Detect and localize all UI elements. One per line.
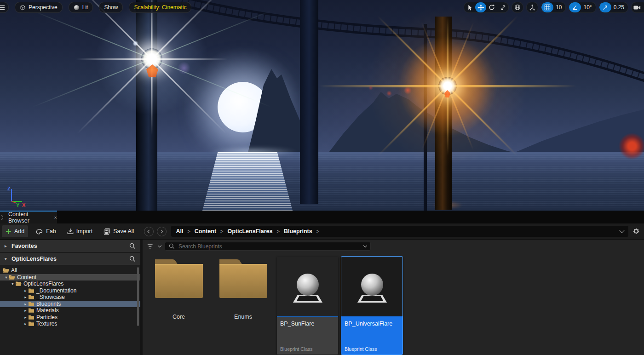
scale-snap-toggle[interactable] <box>599 2 611 12</box>
lit-button[interactable]: Lit <box>69 2 93 13</box>
tree-item-particles[interactable]: ▸ Particles <box>0 314 140 321</box>
scale-snap-icon <box>602 5 608 11</box>
closed-folder-icon <box>28 288 34 293</box>
show-button[interactable]: Show <box>99 2 123 13</box>
tab-content-browser[interactable]: Content Browser × <box>0 211 57 223</box>
collapsed-arrow-icon[interactable]: ▸ <box>23 295 28 299</box>
tree-item-label: _Documentation <box>36 287 76 294</box>
collapsed-arrow-icon[interactable]: ▸ <box>5 244 9 248</box>
asset-tile-bp-universalflare[interactable]: BP_UniversalFlare Blueprint Class <box>341 257 402 355</box>
tree-item-label: Blueprints <box>36 301 61 307</box>
breadcrumb-separator: > <box>187 229 190 234</box>
collapsed-arrow-icon[interactable]: ▸ <box>23 308 28 313</box>
tree-item-documentation[interactable]: ▸ _Documentation <box>0 287 140 294</box>
grid-snap-value[interactable]: 10 <box>553 4 565 11</box>
search-dropdown-icon[interactable] <box>363 243 367 247</box>
import-button[interactable]: Import <box>63 225 96 237</box>
rotation-snap-value[interactable]: 10° <box>581 4 595 11</box>
search-icon <box>169 243 175 249</box>
content-browser-tab-icon <box>1 215 5 220</box>
asset-tile-core[interactable]: Core <box>148 257 209 320</box>
forward-arrow-icon <box>160 229 164 234</box>
collection-label: OpticLensFlares <box>12 256 57 262</box>
move-tool-button[interactable] <box>475 2 486 12</box>
camera-speed-button[interactable] <box>632 2 643 12</box>
scale-icon <box>500 5 506 11</box>
tab-title: Content Browser <box>8 211 49 224</box>
back-button[interactable] <box>144 227 154 236</box>
expanded-arrow-icon[interactable]: ▾ <box>5 257 9 261</box>
tree-item-label: _Showcase <box>36 294 65 300</box>
favorites-header[interactable]: ▸ Favorites <box>0 240 140 252</box>
asset-tile-bp-sunflare[interactable]: BP_SunFlare Blueprint Class <box>277 257 338 355</box>
fab-button[interactable]: Fab <box>32 225 60 237</box>
perspective-button[interactable]: Perspective <box>15 2 63 13</box>
blueprint-thumbnail <box>277 257 338 317</box>
grid-snap-toggle[interactable] <box>541 2 553 12</box>
scalability-label: Scalability: Cinematic <box>134 4 186 11</box>
rotate-tool-button[interactable] <box>486 2 497 12</box>
tree-scrollbar[interactable] <box>137 267 139 326</box>
tree-item-label: Content <box>17 274 36 281</box>
angle-snap-icon <box>572 4 578 11</box>
show-label: Show <box>104 4 118 11</box>
viewport-menu-button[interactable] <box>0 2 9 13</box>
add-button[interactable]: Add <box>2 225 28 237</box>
search-box[interactable] <box>165 242 371 251</box>
select-tool-button[interactable] <box>464 2 475 12</box>
breadcrumb-dropdown-icon[interactable] <box>619 228 624 233</box>
tree-item-all[interactable]: All <box>0 267 140 274</box>
world-space-button[interactable] <box>512 2 523 12</box>
breadcrumb-blueprints[interactable]: Blueprints <box>284 228 312 235</box>
surface-snapping-button[interactable] <box>527 2 538 12</box>
search-icon[interactable] <box>129 243 136 249</box>
tree-item-materials[interactable]: ▸ Materials <box>0 307 140 314</box>
big-folder-icon <box>216 257 271 303</box>
filter-icon[interactable] <box>147 243 155 249</box>
collapsed-arrow-icon[interactable]: ▸ <box>23 315 28 320</box>
rotation-snap-toggle[interactable] <box>569 2 581 12</box>
search-input[interactable] <box>178 243 361 250</box>
closed-folder-icon <box>28 321 34 326</box>
perspective-label: Perspective <box>29 4 58 11</box>
add-label: Add <box>14 228 24 235</box>
closed-folder-icon <box>28 294 34 300</box>
search-icon[interactable] <box>129 256 136 262</box>
asset-name: Enums <box>234 314 252 320</box>
expanded-arrow-icon[interactable]: ▾ <box>10 281 15 286</box>
breadcrumb-opticlensflares[interactable]: OpticLensFlares <box>227 228 272 235</box>
filter-dropdown-icon[interactable] <box>158 243 161 247</box>
tree-item-blueprints[interactable]: ▸ Blueprints <box>0 301 140 308</box>
asset-name: Core <box>172 314 185 320</box>
level-viewport[interactable]: Z Y X Perspective Lit Show Scalability: … <box>0 0 644 211</box>
tree-item-opticlensflares[interactable]: ▾ OpticLensFlares <box>0 281 140 287</box>
back-arrow-icon <box>147 229 151 234</box>
tab-close-button[interactable]: × <box>54 215 57 220</box>
expanded-arrow-icon[interactable]: ▾ <box>4 275 9 280</box>
asset-tile-enums[interactable]: Enums <box>213 257 274 320</box>
tree-item-content[interactable]: ▾ Content <box>0 274 140 281</box>
left-flare-dot <box>133 41 138 46</box>
right-flare-ghost <box>404 86 412 94</box>
breadcrumb-all[interactable]: All <box>176 228 183 235</box>
tree-item-label: Materials <box>36 307 59 314</box>
collection-header[interactable]: ▾ OpticLensFlares <box>0 253 140 265</box>
asset-view: Core Enums <box>143 240 644 355</box>
axis-gizmo: Z Y X <box>4 183 33 208</box>
forward-button[interactable] <box>157 227 167 236</box>
scale-snap-value[interactable]: 0.25 <box>611 4 628 11</box>
collapsed-arrow-icon[interactable]: ▸ <box>23 288 28 293</box>
closed-folder-icon <box>28 308 34 313</box>
collapsed-arrow-icon[interactable]: ▸ <box>23 302 28 306</box>
breadcrumb-separator: > <box>316 229 319 234</box>
scale-tool-button[interactable] <box>497 2 508 12</box>
save-all-button[interactable]: Save All <box>100 225 138 237</box>
globe-icon <box>514 4 521 11</box>
collapsed-arrow-icon[interactable]: ▸ <box>23 321 28 326</box>
content-browser-settings-button[interactable] <box>628 228 644 235</box>
tree-item-showcase[interactable]: ▸ _Showcase <box>0 294 140 301</box>
filter-row <box>143 240 644 253</box>
scalability-button[interactable]: Scalability: Cinematic <box>129 2 191 13</box>
breadcrumb-content[interactable]: Content <box>195 228 216 235</box>
tree-item-textures[interactable]: ▸ Textures <box>0 321 140 327</box>
